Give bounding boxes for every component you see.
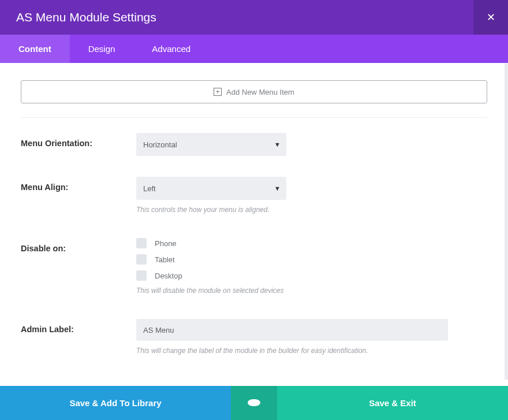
tab-advanced[interactable]: Advanced [133,35,209,63]
close-icon: ✕ [487,11,495,24]
checkbox-phone-label: Phone [155,239,177,248]
disable-option-phone: Phone [136,238,460,248]
settings-modal: AS Menu Module Settings ✕ Content Design… [0,0,508,420]
row-orientation: Menu Orientation: Horizontal ▼ [21,133,487,156]
align-label: Menu Align: [21,177,136,192]
close-button[interactable]: ✕ [473,0,508,35]
disable-option-tablet: Tablet [136,254,460,265]
add-menu-item-button[interactable]: + Add New Menu Item [21,80,487,103]
admin-label-label: Admin Label: [21,319,136,334]
checkbox-desktop-label: Desktop [155,272,182,280]
orientation-select[interactable]: Horizontal [136,133,286,156]
modal-body[interactable]: + Add New Menu Item Menu Orientation: Ho… [0,63,508,385]
modal-footer: Save & Add To Library Save & Exit [0,386,508,420]
align-select-wrap: Left ▼ [136,177,286,200]
plus-icon: + [214,88,222,96]
scrollbar-track[interactable] [505,64,508,380]
checkbox-tablet[interactable] [136,254,147,265]
orientation-value: Horizontal [143,140,177,149]
tab-bar: Content Design Advanced [0,35,508,63]
admin-label-help: This will change the label of the module… [136,347,460,355]
orientation-label: Menu Orientation: [21,133,136,148]
align-select[interactable]: Left [136,177,286,200]
checkbox-desktop[interactable] [136,270,147,281]
checkbox-tablet-label: Tablet [155,255,175,264]
save-exit-button[interactable]: Save & Exit [277,386,508,420]
divider [21,117,487,118]
disable-label: Disable on: [21,238,136,253]
orientation-select-wrap: Horizontal ▼ [136,133,286,156]
row-align: Menu Align: Left ▼ This controls the how… [21,177,487,214]
row-disable: Disable on: Phone Tablet Desktop This wi [21,238,487,295]
add-menu-item-label: Add New Menu Item [226,88,294,96]
disable-help: This will disable the module on selected… [136,287,460,295]
admin-label-input[interactable] [136,319,448,341]
row-admin-label: Admin Label: This will change the label … [21,319,487,355]
disable-option-desktop: Desktop [136,270,460,281]
save-add-library-button[interactable]: Save & Add To Library [0,386,231,420]
preview-button[interactable] [231,386,277,420]
tab-content[interactable]: Content [0,35,70,63]
align-help: This controls the how your menu is align… [136,206,460,214]
tab-design[interactable]: Design [70,35,134,63]
checkbox-phone[interactable] [136,238,147,248]
modal-title: AS Menu Module Settings [16,10,156,24]
align-value: Left [143,184,156,193]
eye-icon [248,399,260,406]
modal-header: AS Menu Module Settings ✕ [0,0,508,35]
